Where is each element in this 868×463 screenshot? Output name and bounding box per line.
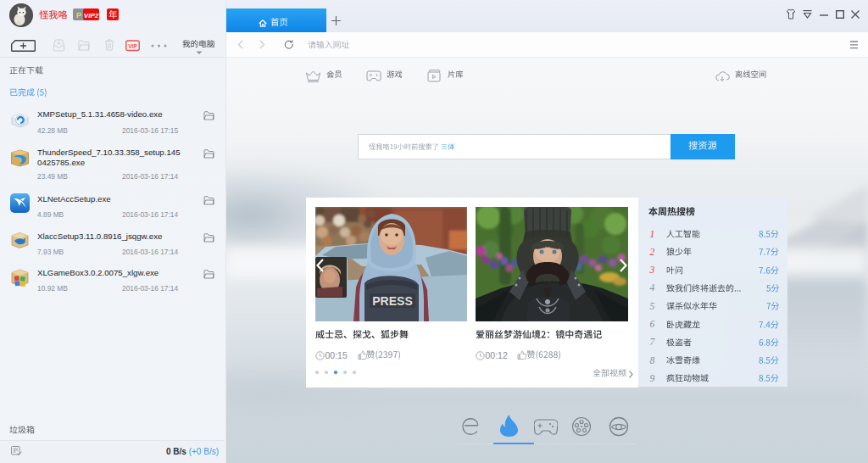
svg-text:PRESS: PRESS [372, 294, 412, 308]
svg-text:P: P [76, 10, 82, 20]
svg-text:VIP2: VIP2 [84, 12, 99, 20]
svg-text:VIP: VIP [128, 43, 137, 49]
